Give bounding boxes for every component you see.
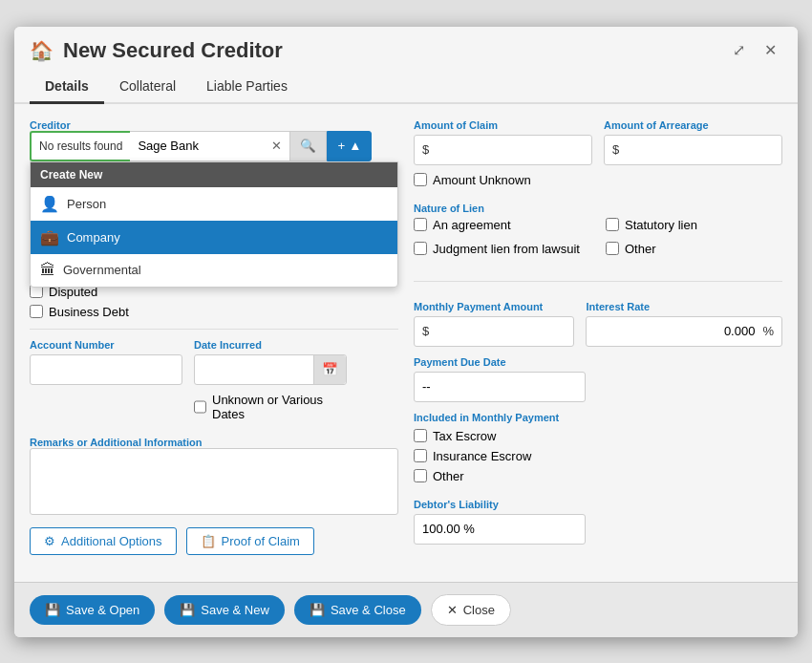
proof-of-claim-button[interactable]: 📋 Proof of Claim — [186, 527, 314, 555]
percent-sign: % — [762, 324, 781, 338]
dropdown-item-company[interactable]: 💼 Company — [31, 221, 397, 254]
remarks-textarea[interactable] — [30, 448, 398, 515]
close-label: Close — [463, 603, 495, 617]
modal-container: 🏠 New Secured Creditor ⤢ ✕ Details Colla… — [14, 27, 798, 637]
creditor-input-row: No results found ✕ 🔍 + ▲ — [30, 131, 398, 161]
debtors-liability-input[interactable] — [414, 514, 586, 545]
tax-escrow-checkbox[interactable] — [414, 429, 427, 442]
creditor-search-button[interactable]: 🔍 — [289, 131, 327, 161]
interest-rate-input-wrapper: % — [586, 316, 782, 347]
person-icon: 👤 — [40, 195, 59, 213]
agreement-checkbox[interactable] — [414, 218, 427, 231]
tax-escrow-row: Tax Escrow — [414, 429, 782, 443]
unknown-dates-label: Unknown or Various Dates — [212, 393, 347, 421]
company-label: Company — [67, 230, 120, 245]
nature-of-lien-label: Nature of Lien — [414, 203, 782, 214]
modal-close-x-button[interactable]: ✕ — [759, 39, 782, 61]
governmental-label: Governmental — [63, 263, 141, 277]
judgment-label: Judgment lien from lawsuit — [433, 242, 580, 256]
date-incurred-label: Date Incurred — [194, 339, 347, 351]
monthly-payment-label: Monthly Payment Amount — [414, 301, 574, 312]
house-icon: 🏠 — [30, 39, 53, 62]
amount-unknown-checkbox[interactable] — [414, 173, 427, 186]
creditor-section: Creditor No results found ✕ 🔍 + ▲ — [30, 119, 398, 161]
creditor-label: Creditor — [30, 119, 398, 131]
tax-escrow-label: Tax Escrow — [433, 429, 496, 443]
business-debt-checkbox[interactable] — [30, 305, 43, 318]
payment-due-date-input[interactable] — [414, 372, 586, 402]
save-close-label: Save & Close — [331, 603, 406, 617]
included-in-monthly-section: Included in Monthly Payment Tax Escrow I… — [414, 412, 782, 489]
included-in-monthly-label: Included in Monthly Payment — [414, 412, 782, 423]
close-button[interactable]: ✕ Close — [431, 594, 511, 626]
agreement-label: An agreement — [433, 218, 511, 232]
other-included-checkbox[interactable] — [414, 469, 427, 482]
payment-due-date-label: Payment Due Date — [414, 356, 782, 368]
right-section: Amount of Claim $ Amount Unknown A — [414, 119, 782, 555]
interest-rate-input[interactable] — [587, 324, 762, 338]
debtors-liability-label: Debtor's Liability — [414, 499, 782, 510]
dropdown-item-person[interactable]: 👤 Person — [31, 187, 397, 221]
amounts-row: Amount of Claim $ Amount Unknown A — [414, 119, 782, 193]
save-close-button[interactable]: 💾 Save & Close — [294, 595, 421, 625]
amount-of-claim-input-wrapper: $ — [414, 135, 592, 165]
judgment-checkbox[interactable] — [414, 242, 427, 255]
amount-of-arrearage-group: Amount of Arrearage $ — [604, 119, 782, 193]
creditor-search-input[interactable] — [130, 131, 264, 161]
save-new-button[interactable]: 💾 Save & New — [164, 595, 285, 625]
account-date-row: Account Number Date Incurred 📅 Unknown o… — [30, 339, 398, 427]
dropdown-item-governmental[interactable]: 🏛 Governmental — [31, 254, 397, 287]
date-incurred-group: Date Incurred 📅 Unknown or Various Dates — [194, 339, 347, 427]
search-icon: 🔍 — [300, 139, 316, 153]
amount-of-arrearage-input[interactable] — [623, 142, 774, 157]
other-lien-label: Other — [625, 242, 656, 256]
expand-button[interactable]: ⤢ — [727, 39, 751, 61]
monthly-payment-group: Monthly Payment Amount $ — [414, 301, 574, 347]
company-icon: 💼 — [40, 228, 59, 246]
creditor-add-button[interactable]: + ▲ — [327, 131, 372, 161]
left-section: Creditor No results found ✕ 🔍 + ▲ — [30, 119, 398, 555]
statutory-checkbox[interactable] — [606, 218, 619, 231]
proof-of-claim-label: Proof of Claim — [222, 534, 300, 548]
tab-liable-parties[interactable]: Liable Parties — [191, 71, 303, 104]
no-results-badge: No results found — [30, 131, 130, 161]
unknown-dates-row: Unknown or Various Dates — [194, 393, 347, 421]
amount-of-arrearage-input-wrapper: $ — [604, 135, 782, 165]
modal-footer: 💾 Save & Open 💾 Save & New 💾 Save & Clos… — [14, 582, 798, 637]
debtors-liability-group: Debtor's Liability — [414, 499, 782, 545]
action-buttons-row: ⚙ Additional Options 📋 Proof of Claim — [30, 527, 398, 555]
business-debt-label: Business Debt — [49, 305, 129, 319]
title-row: 🏠 New Secured Creditor — [30, 38, 283, 63]
date-incurred-input-wrapper: 📅 — [194, 354, 347, 385]
account-number-label: Account Number — [30, 339, 182, 351]
tab-collateral[interactable]: Collateral — [104, 71, 191, 104]
save-open-button[interactable]: 💾 Save & Open — [30, 595, 155, 625]
business-debt-row: Business Debt — [30, 305, 398, 319]
calendar-button[interactable]: 📅 — [313, 355, 346, 384]
payment-due-date-group: Payment Due Date — [414, 356, 782, 402]
tab-details[interactable]: Details — [30, 71, 104, 104]
remarks-label: Remarks or Additional Information — [30, 437, 398, 448]
right-fields: Amount of Claim $ Amount Unknown A — [414, 119, 782, 545]
monthly-payment-input[interactable] — [433, 324, 566, 338]
creditor-clear-button[interactable]: ✕ — [264, 131, 289, 161]
statutory-label: Statutory lien — [625, 218, 697, 232]
nature-of-lien-grid: An agreement Statutory lien Judgment lie… — [414, 218, 782, 262]
other-included-label: Other — [433, 469, 464, 483]
amount-of-arrearage-label: Amount of Arrearage — [604, 119, 782, 131]
date-incurred-input[interactable] — [195, 362, 313, 376]
other-included-row: Other — [414, 469, 782, 483]
other-lien-checkbox[interactable] — [606, 242, 619, 255]
unknown-dates-checkbox[interactable] — [194, 400, 206, 414]
amount-of-claim-label: Amount of Claim — [414, 119, 592, 131]
additional-options-button[interactable]: ⚙ Additional Options — [30, 527, 177, 555]
additional-options-label: Additional Options — [61, 534, 162, 548]
account-number-input[interactable] — [30, 354, 182, 385]
insurance-escrow-checkbox[interactable] — [414, 449, 427, 462]
amount-of-claim-input[interactable] — [433, 142, 584, 157]
dollar-sign-arrearage: $ — [612, 142, 619, 157]
document-icon: 📋 — [201, 534, 216, 548]
tabs-container: Details Collateral Liable Parties — [14, 71, 798, 104]
judgment-row: Judgment lien from lawsuit — [414, 242, 590, 256]
modal-controls: ⤢ ✕ — [727, 39, 782, 61]
